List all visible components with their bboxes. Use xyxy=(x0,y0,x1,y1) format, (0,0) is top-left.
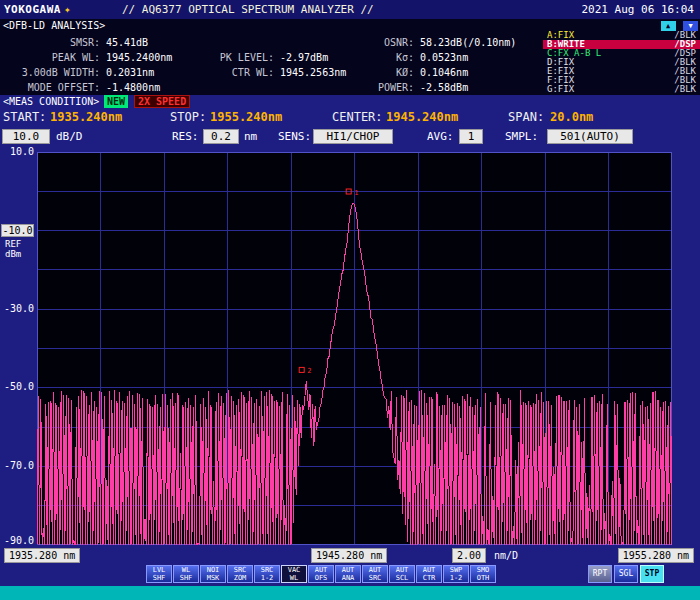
softkey-aut-ofs[interactable]: AUTOFS xyxy=(308,565,334,583)
osa-screen: YOKOGAWA✦ // AQ6377 OPTICAL SPECTRUM ANA… xyxy=(0,0,700,600)
app-title: // AQ6377 OPTICAL SPECTRUM ANALYZER // xyxy=(122,0,374,19)
ref-level-box[interactable]: -10.0 xyxy=(1,224,34,237)
x-start-readout[interactable]: 1935.280 nm xyxy=(4,548,80,563)
softkey-bar: LVLSHFWLSHFNOIMSKSRCZOMSRC1-2VACWLAUTOFS… xyxy=(146,565,496,583)
softkey-lvl-shf[interactable]: LVLSHF xyxy=(146,565,172,583)
stop-label: STOP: xyxy=(170,109,206,126)
sweep-key-sgl[interactable]: SGL xyxy=(614,565,638,583)
x-center-readout[interactable]: 1945.280 nm xyxy=(311,548,387,563)
x-scale-readout[interactable]: 2.00 xyxy=(452,548,486,563)
analysis-value: 0.0523nm xyxy=(414,50,539,65)
bottom-status-strip xyxy=(0,586,700,600)
analysis-value: 0.1046nm xyxy=(414,65,539,80)
softkey-src-1-2[interactable]: SRC1-2 xyxy=(254,565,280,583)
softkey-src-zom[interactable]: SRCZOM xyxy=(227,565,253,583)
svg-text:2: 2 xyxy=(307,367,311,375)
analysis-value: 1945.2563nm xyxy=(274,65,362,80)
y-axis: 10.0 -10.0 REF dBm -30.0-50.0-70.0-90.0 xyxy=(0,0,36,600)
trace-status: /BLK xyxy=(674,85,696,94)
softkey-vac-wl[interactable]: VACWL xyxy=(281,565,307,583)
datetime: 2021 Aug 06 16:04 xyxy=(581,0,694,19)
spectrum-plot: 12 xyxy=(37,152,672,545)
avg-label: AVG: xyxy=(427,128,454,145)
brand-diamond-icon: ✦ xyxy=(64,3,71,16)
trace-panel: ▲ ▼ A:FIX/BLKB:WRITE/DSPC:FX A-B L/DSPD:… xyxy=(543,19,700,95)
y-axis-label: -70.0 xyxy=(0,460,34,471)
smpl-box[interactable]: 501(AUTO) xyxy=(547,129,633,144)
softkey-wl-shf[interactable]: WLSHF xyxy=(173,565,199,583)
softkey-aut-src[interactable]: AUTSRC xyxy=(362,565,388,583)
ref-label: REF xyxy=(5,239,21,249)
speed-badge: 2X SPEED xyxy=(134,95,190,108)
analysis-value: 45.41dB xyxy=(100,35,212,50)
trace-list: A:FIX/BLKB:WRITE/DSPC:FX A-B L/DSPD:FIX/… xyxy=(543,31,700,94)
analysis-value: -1.4800nm xyxy=(100,80,212,95)
analysis-value xyxy=(274,80,362,95)
sweep-range-row: START: 1935.240nm STOP: 1955.240nm CENTE… xyxy=(0,109,700,126)
analysis-value: 0.2031nm xyxy=(100,65,212,80)
x-scale-unit: nm/D xyxy=(494,548,518,563)
softkey-aut-scl[interactable]: AUTSCL xyxy=(389,565,415,583)
y-axis-label: -30.0 xyxy=(0,303,34,314)
sweep-key-rpt[interactable]: RPT xyxy=(588,565,612,583)
analysis-label: Kσ: xyxy=(362,50,414,65)
center-label: CENTER: xyxy=(332,109,383,126)
spectrum-trace-svg: 12 xyxy=(37,152,672,545)
sens-label: SENS: xyxy=(278,128,311,145)
sweep-key-stp[interactable]: STP xyxy=(640,565,664,583)
new-badge: NEW xyxy=(104,95,128,108)
dfb-ld-analysis-panel: <DFB-LD ANALYSIS> SMSR:45.41dBOSNR:58.23… xyxy=(0,19,543,95)
sweep-key-group: RPTSGLSTP xyxy=(588,565,664,583)
y-axis-top-label: 10.0 xyxy=(0,146,34,157)
y-axis-label: -90.0 xyxy=(0,535,34,546)
center-value[interactable]: 1945.240nm xyxy=(386,109,458,126)
analysis-value: -2.58dBm xyxy=(414,80,539,95)
analysis-label: POWER: xyxy=(362,80,414,95)
analysis-value: 58.23dB(/0.10nm) xyxy=(414,35,539,50)
level-scale-unit: dB/D xyxy=(56,128,83,145)
analysis-value xyxy=(274,35,362,50)
avg-box[interactable]: 1 xyxy=(459,129,483,144)
title-bar: YOKOGAWA✦ // AQ6377 OPTICAL SPECTRUM ANA… xyxy=(0,0,700,19)
res-unit: nm xyxy=(244,128,257,145)
analysis-label xyxy=(212,35,274,50)
trace-row-g[interactable]: G:FIX/BLK xyxy=(543,85,700,94)
start-value[interactable]: 1935.240nm xyxy=(50,109,122,126)
span-label: SPAN: xyxy=(508,109,544,126)
meas-condition-row: <MEAS CONDITION> NEW 2X SPEED xyxy=(0,95,700,108)
smpl-label: SMPL: xyxy=(505,128,538,145)
svg-text:1: 1 xyxy=(354,189,358,197)
sens-box[interactable]: HI1/CHOP xyxy=(313,129,393,144)
softkey-aut-ana[interactable]: AUTANA xyxy=(335,565,361,583)
analysis-grid: SMSR:45.41dBOSNR:58.23dB(/0.10nm)PEAK WL… xyxy=(0,35,539,95)
x-axis-row: 1935.280 nm 1945.280 nm 2.00 nm/D 1955.2… xyxy=(0,548,700,564)
analysis-value: 1945.2400nm xyxy=(100,50,212,65)
y-axis-label: -50.0 xyxy=(0,381,34,392)
softkey-aut-ctr[interactable]: AUTCTR xyxy=(416,565,442,583)
settings-row: 10.0 dB/D RES: 0.2 nm SENS: HI1/CHOP AVG… xyxy=(0,128,700,146)
y-axis-unit: dBm xyxy=(5,249,21,259)
span-value[interactable]: 20.0nm xyxy=(550,109,593,126)
softkey-swp-1-2[interactable]: SWP1-2 xyxy=(443,565,469,583)
res-box[interactable]: 0.2 xyxy=(203,129,239,144)
analysis-label: CTR WL: xyxy=(212,65,274,80)
analysis-label xyxy=(212,80,274,95)
analysis-label: PK LEVEL: xyxy=(212,50,274,65)
x-stop-readout[interactable]: 1955.280 nm xyxy=(618,548,694,563)
stop-value[interactable]: 1955.240nm xyxy=(210,109,282,126)
softkey-smo-oth[interactable]: SMOOTH xyxy=(470,565,496,583)
analysis-label: OSNR: xyxy=(362,35,414,50)
analysis-value: -2.97dBm xyxy=(274,50,362,65)
softkey-noi-msk[interactable]: NOIMSK xyxy=(200,565,226,583)
res-label: RES: xyxy=(172,128,199,145)
trace-name: G:FIX xyxy=(547,84,574,94)
analysis-label: KØ: xyxy=(362,65,414,80)
